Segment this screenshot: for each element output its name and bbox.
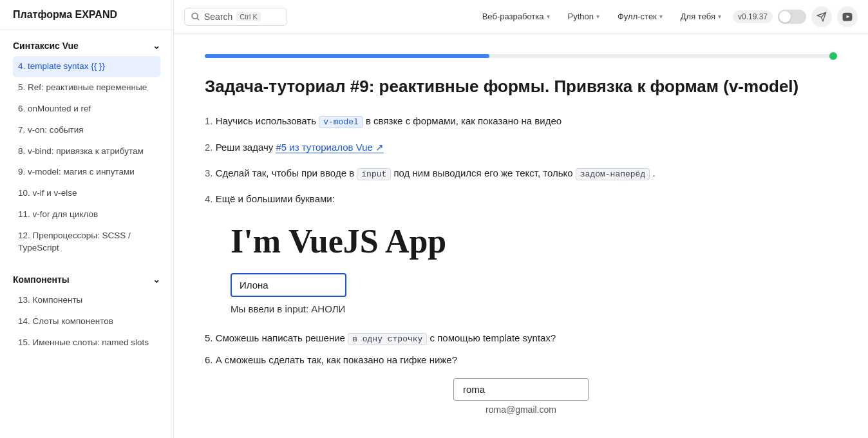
theme-toggle[interactable] xyxy=(778,10,806,24)
nav-python[interactable]: Python ▾ xyxy=(561,8,606,24)
sidebar-item-num: 4. xyxy=(18,61,28,71)
search-shortcut: Ctrl K xyxy=(236,12,261,21)
nav-web-dev-label: Веб-разработка xyxy=(482,12,544,21)
input-result-label: Мы ввели в input: xyxy=(231,303,308,314)
task-3-code-reverse: задом-наперёд xyxy=(576,168,650,180)
sidebar-item-template-syntax[interactable]: 4. template syntax {{ }} xyxy=(13,56,160,77)
sidebar-section-vue-header[interactable]: Синтаксис Vue ⌄ xyxy=(13,41,160,51)
sidebar-item-num: 5. xyxy=(18,82,28,92)
sidebar-item-ref[interactable]: 5. Ref: реактивные переменные xyxy=(13,77,160,99)
sidebar-item-num: 8. xyxy=(18,146,28,156)
task-2-link[interactable]: #5 из туториалов Vue ↗ xyxy=(276,142,384,153)
sidebar-section-vue: Синтаксис Vue ⌄ 4. template syntax {{ }}… xyxy=(0,30,173,264)
youtube-icon-btn[interactable] xyxy=(837,6,858,27)
task-6-num: 6. xyxy=(205,354,213,365)
chevron-down-icon: ▾ xyxy=(547,13,550,20)
chevron-down-icon: ▾ xyxy=(718,13,721,20)
input-result-value-text: АНОЛИ xyxy=(311,303,345,314)
nav-for-you-label: Для тебя xyxy=(681,12,715,21)
page-title: Задача-туториал #9: реактивные формы. Пр… xyxy=(205,76,837,98)
send-icon xyxy=(816,12,827,22)
task-5: 5. Сможешь написать решение в одну строч… xyxy=(205,332,837,344)
sidebar-item-slots[interactable]: 14. Слоты компонентов xyxy=(13,311,160,332)
nav-web-dev[interactable]: Веб-разработка ▾ xyxy=(476,8,556,24)
brand-title: Платформа EXPAND xyxy=(0,0,173,30)
search-box[interactable]: Search Ctrl K xyxy=(184,8,287,26)
task-3: 3. Сделай так, чтобы при вводе в input п… xyxy=(205,166,837,182)
demo-input[interactable] xyxy=(231,273,346,297)
version-badge: v0.19.37 xyxy=(733,10,773,23)
task-6: 6. А сможешь сделать так, как показано н… xyxy=(205,354,837,365)
task-2: 2. Реши задачу #5 из туториалов Vue ↗ xyxy=(205,140,837,155)
chevron-down-icon: ▾ xyxy=(659,13,663,20)
sidebar-item-von[interactable]: 7. v-on: события xyxy=(13,120,160,141)
sidebar-section-components-title: Компоненты xyxy=(13,274,70,285)
search-icon xyxy=(191,12,200,21)
sidebar-item-num: 14. xyxy=(18,316,33,326)
send-icon-btn[interactable] xyxy=(811,6,832,27)
sidebar-item-label: template syntax {{ }} xyxy=(28,61,105,71)
task-5-text-after: с помощью template syntax? xyxy=(430,332,556,343)
progress-bar-container xyxy=(205,54,837,58)
sidebar-item-label: v-if и v-else xyxy=(33,188,77,198)
sidebar-item-vif[interactable]: 10. v-if и v-else xyxy=(13,183,160,204)
sidebar-item-vbind[interactable]: 8. v-bind: привязка к атрибутам xyxy=(13,141,160,162)
chevron-down-icon: ⌄ xyxy=(153,41,160,51)
sidebar-item-label: Слоты компонентов xyxy=(33,316,113,326)
task-4-num: 4. xyxy=(205,193,213,204)
task-5-num: 5. xyxy=(205,332,213,343)
sidebar-section-vue-title: Синтаксис Vue xyxy=(13,41,79,51)
sidebar-item-preprocessors[interactable]: 12. Препроцессоры: SCSS / TypeScript xyxy=(13,225,160,259)
brand-name: Платформа EXPAND xyxy=(13,9,117,20)
input-result-2: roma@gmail.com xyxy=(205,405,837,415)
sidebar-item-num: 11. xyxy=(18,209,33,219)
sidebar-item-num: 9. xyxy=(18,167,28,176)
task-1: 1. Научись использовать v-model в связке… xyxy=(205,113,837,129)
task-3-num: 3. xyxy=(205,167,213,178)
sidebar-item-num: 12. xyxy=(18,231,33,240)
sidebar-item-vmodel[interactable]: 9. v-model: магия с инпутами xyxy=(13,162,160,183)
task-6-text: А сможешь сделать так, как показано на г… xyxy=(216,354,457,365)
nav-fullstack-label: Фулл-стек xyxy=(618,12,657,21)
sidebar-section-components-header[interactable]: Компоненты ⌄ xyxy=(13,274,160,285)
task-1-num: 1. xyxy=(205,115,213,126)
sidebar-item-num: 10. xyxy=(18,188,33,198)
search-label: Search xyxy=(204,12,232,22)
progress-dot xyxy=(829,52,837,60)
sidebar-item-label: Компоненты xyxy=(33,295,83,305)
sidebar-item-num: 6. xyxy=(18,104,28,113)
sidebar-item-onmounted[interactable]: 6. onMounted и ref xyxy=(13,99,160,120)
main-content: Задача-туториал #9: реактивные формы. Пр… xyxy=(174,33,868,438)
sidebar-section-components: Компоненты ⌄ 13. Компоненты 14. Слоты ко… xyxy=(0,264,173,359)
sidebar-item-label: v-on: события xyxy=(28,125,84,135)
task-3-code-input: input xyxy=(357,168,391,180)
demo-input-2[interactable] xyxy=(453,378,589,401)
youtube-icon xyxy=(842,12,853,22)
task-4: 4. Ещё и большими буквами: xyxy=(205,191,837,207)
sidebar-item-label: Препроцессоры: SCSS / TypeScript xyxy=(18,231,131,252)
sidebar-item-label: v-model: магия с инпутами xyxy=(28,167,135,176)
task-2-num: 2. xyxy=(205,142,213,153)
progress-bar-fill xyxy=(205,54,489,58)
sidebar-item-named-slots[interactable]: 15. Именные слоты: named slots xyxy=(13,332,160,354)
nav-python-label: Python xyxy=(568,12,594,21)
toggle-knob xyxy=(779,11,791,23)
sidebar-item-label: v-for для циклов xyxy=(33,209,99,219)
sidebar-item-num: 15. xyxy=(18,338,33,347)
task-1-code-vmodel: v-model xyxy=(319,116,363,128)
task-list: 1. Научись использовать v-model в связке… xyxy=(205,113,837,207)
svg-point-0 xyxy=(192,13,198,19)
app-demo-title: I'm VueJS App xyxy=(231,222,837,260)
chevron-down-icon: ▾ xyxy=(596,13,599,20)
sidebar-item-label: v-bind: привязка к атрибутам xyxy=(28,146,144,156)
sidebar-item-components[interactable]: 13. Компоненты xyxy=(13,290,160,311)
nav-for-you[interactable]: Для тебя ▾ xyxy=(674,8,728,24)
nav-fullstack[interactable]: Фулл-стек ▾ xyxy=(611,8,669,24)
input-result: Мы ввели в input: АНОЛИ xyxy=(231,303,837,314)
svg-line-1 xyxy=(197,18,199,20)
sidebar: Платформа EXPAND Синтаксис Vue ⌄ 4. temp… xyxy=(0,0,174,438)
task-5-code: в одну строчку xyxy=(348,333,427,345)
topnav: Search Ctrl K Веб-разработка ▾ Python ▾ … xyxy=(174,0,868,33)
task-5-text-before: Сможешь написать решение xyxy=(216,332,345,343)
sidebar-item-vfor[interactable]: 11. v-for для циклов xyxy=(13,204,160,225)
